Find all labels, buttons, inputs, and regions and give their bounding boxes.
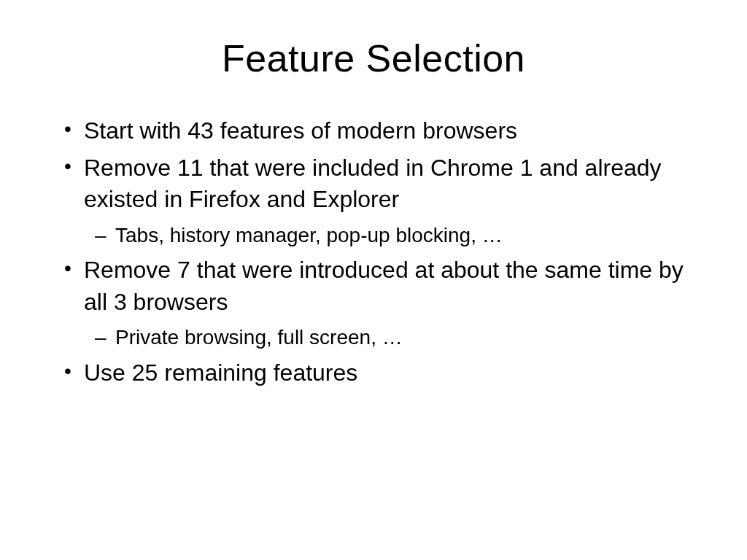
slide-body: Start with 43 features of modern browser… bbox=[51, 115, 696, 389]
slide-title: Feature Selection bbox=[51, 36, 696, 80]
list-subitem: Tabs, history manager, pop-up blocking, … bbox=[51, 222, 696, 249]
bullet-list: Start with 43 features of modern browser… bbox=[51, 115, 696, 389]
list-item: Use 25 remaining features bbox=[51, 357, 696, 389]
list-subitem: Private browsing, full screen, … bbox=[51, 324, 696, 351]
list-item: Remove 7 that were introduced at about t… bbox=[51, 254, 696, 317]
list-item: Remove 11 that were included in Chrome 1… bbox=[51, 152, 696, 215]
list-item: Start with 43 features of modern browser… bbox=[51, 115, 696, 147]
